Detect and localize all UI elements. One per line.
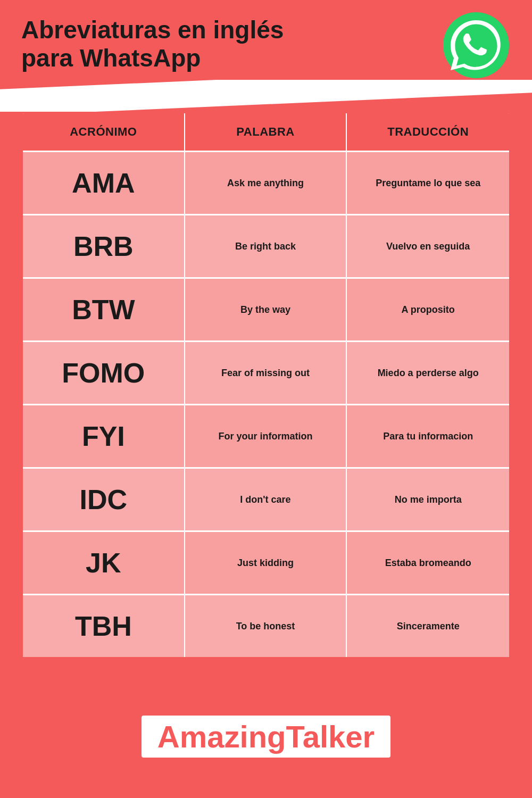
table-row: BTW By the way A proposito xyxy=(23,277,509,340)
acronym-brb: BRB xyxy=(23,215,185,277)
abbreviations-table: ACRÓNIMO PALABRA TRADUCCIÓN AMA Ask me a… xyxy=(21,112,511,659)
translation-jk: Estaba bromeando xyxy=(347,532,509,594)
translation-ama: Preguntame lo que sea xyxy=(347,152,509,214)
acronym-ama: AMA xyxy=(23,152,185,214)
table-row: FYI For your information Para tu informa… xyxy=(23,404,509,467)
translation-fyi: Para tu informacion xyxy=(347,405,509,467)
acronym-fomo: FOMO xyxy=(23,342,185,404)
word-btw: By the way xyxy=(185,279,347,340)
table-row: FOMO Fear of missing out Miedo a perders… xyxy=(23,340,509,404)
title-line2: para WhatsApp xyxy=(21,44,201,72)
brand-name: AmazingTalker xyxy=(142,716,390,758)
acronym-tbh: TBH xyxy=(23,595,185,657)
word-fomo: Fear of missing out xyxy=(185,342,347,404)
table-row: BRB Be right back Vuelvo en seguida xyxy=(23,214,509,277)
translation-idc: No me importa xyxy=(347,469,509,530)
table-row: IDC I don't care No me importa xyxy=(23,467,509,530)
title-line1: Abreviaturas en inglés xyxy=(21,16,284,44)
word-brb: Be right back xyxy=(185,215,347,277)
table-header: ACRÓNIMO PALABRA TRADUCCIÓN xyxy=(23,113,509,151)
table-row: TBH To be honest Sinceramente xyxy=(23,594,509,657)
translation-brb: Vuelvo en seguida xyxy=(347,215,509,277)
col-word: PALABRA xyxy=(185,113,347,151)
col-translation: TRADUCCIÓN xyxy=(347,113,509,151)
table-row: AMA Ask me anything Preguntame lo que se… xyxy=(23,151,509,214)
word-tbh: To be honest xyxy=(185,595,347,657)
translation-tbh: Sinceramente xyxy=(347,595,509,657)
word-jk: Just kidding xyxy=(185,532,347,594)
header: Abreviaturas en inglés para WhatsApp xyxy=(0,0,532,80)
word-ama: Ask me anything xyxy=(185,152,347,214)
word-idc: I don't care xyxy=(185,469,347,530)
acronym-jk: JK xyxy=(23,532,185,594)
acronym-idc: IDC xyxy=(23,469,185,530)
word-fyi: For your information xyxy=(185,405,347,467)
table-row: JK Just kidding Estaba bromeando xyxy=(23,530,509,594)
whatsapp-icon xyxy=(442,11,511,80)
translation-btw: A proposito xyxy=(347,279,509,340)
translation-fomo: Miedo a perderse algo xyxy=(347,342,509,404)
acronym-btw: BTW xyxy=(23,279,185,340)
col-acronym: ACRÓNIMO xyxy=(23,113,185,151)
header-title: Abreviaturas en inglés para WhatsApp xyxy=(21,16,284,72)
acronym-fyi: FYI xyxy=(23,405,185,467)
